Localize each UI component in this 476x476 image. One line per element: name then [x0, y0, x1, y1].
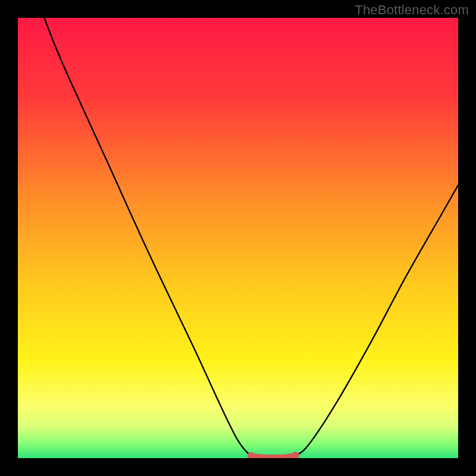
watermark-text: TheBottleneck.com [355, 2, 469, 18]
chart-frame: TheBottleneck.com [0, 0, 476, 476]
bottleneck-chart [18, 18, 458, 458]
gradient-background [18, 18, 458, 458]
optimal-range-segment [251, 456, 295, 458]
plot-area [18, 18, 458, 458]
